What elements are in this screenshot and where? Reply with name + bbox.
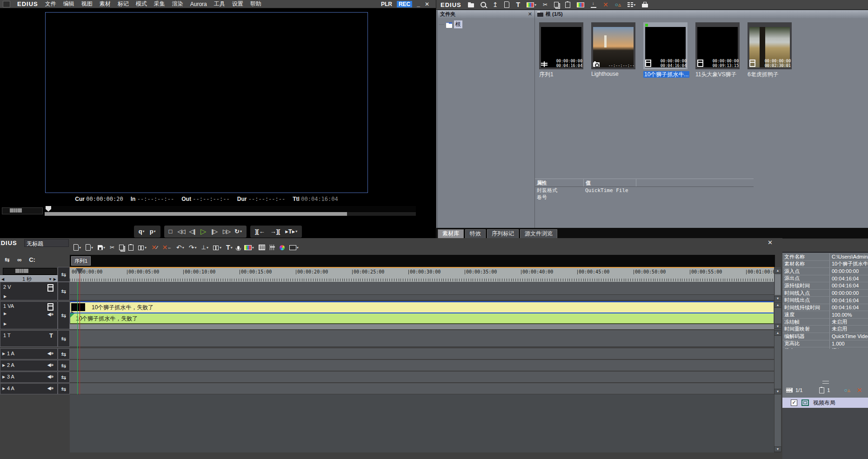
speaker-icon[interactable]: ◀» xyxy=(47,312,53,317)
player-scrollbar-thumb[interactable] xyxy=(45,212,347,216)
menu-view[interactable]: 视图 xyxy=(81,0,93,8)
monitor-mode-icon[interactable]: ▾ xyxy=(289,245,299,250)
track-header-2a[interactable]: ▶ 2 A ◀» xyxy=(0,360,58,371)
scroll-down-icon[interactable]: ▼ xyxy=(774,324,781,329)
speaker-icon[interactable]: ◀» xyxy=(47,374,53,379)
marker-list-icon[interactable] xyxy=(819,387,824,393)
position-track[interactable] xyxy=(45,206,416,212)
patch-ruler[interactable]: ⇆ xyxy=(58,267,70,282)
playhead-line[interactable] xyxy=(80,269,80,394)
track-header-2v[interactable]: 2 V ▶ xyxy=(0,282,58,300)
add-marker-icon[interactable]: ○▵ xyxy=(615,1,621,8)
next-frame-icon[interactable]: |▷ xyxy=(211,228,218,235)
load-to-bin-icon[interactable] xyxy=(591,2,596,8)
screen-capture-icon[interactable] xyxy=(577,2,584,7)
up-folder-icon[interactable]: ↥ xyxy=(493,1,498,8)
track-1a[interactable] xyxy=(70,348,774,359)
voice-over-icon[interactable] xyxy=(237,246,240,250)
audio-mixer-icon[interactable] xyxy=(270,245,275,250)
timeline-ruler[interactable]: 00:00:00:00 00:00:05:00 00:00:10:00 00:0… xyxy=(70,268,774,282)
scroll-down-icon[interactable]: ▼ xyxy=(774,446,781,452)
tab-sequence-marker[interactable]: 序列标记 xyxy=(487,229,519,238)
scroll-up-icon[interactable]: ▲ xyxy=(774,268,781,273)
tab-effects[interactable]: 特效 xyxy=(465,229,486,238)
new-folder-icon[interactable] xyxy=(468,3,474,7)
undo-icon[interactable]: ↶▾ xyxy=(176,244,184,251)
match-frame-icon[interactable]: ▾ xyxy=(213,246,221,250)
cut-icon[interactable]: ✂ xyxy=(543,1,548,8)
speaker-icon[interactable]: ◀» xyxy=(47,351,53,356)
scale-dropdown-icon[interactable]: ▼ xyxy=(48,277,52,281)
timeline-close-icon[interactable]: ✕ xyxy=(768,239,773,246)
menu-render[interactable]: 渲染 xyxy=(172,0,183,8)
clip-card-still[interactable]: --:--:--:-- xyxy=(591,22,635,69)
previous-frame-icon[interactable]: ◁| xyxy=(189,228,195,235)
set-out-icon[interactable]: p▾ xyxy=(150,228,156,235)
track-1t[interactable] xyxy=(70,330,774,347)
close-button[interactable]: ✕ xyxy=(425,1,429,7)
plr-button[interactable]: PLR xyxy=(381,1,392,7)
scrollbar-thumb[interactable] xyxy=(775,274,781,295)
folder-panel-close-icon[interactable]: ✕ xyxy=(528,11,532,17)
create-title-icon[interactable]: T▾ xyxy=(226,244,233,251)
create-title-icon[interactable]: T xyxy=(516,1,520,8)
expand-icon[interactable]: ▶ xyxy=(2,386,5,391)
position-marker[interactable] xyxy=(46,206,51,212)
sequence-tab[interactable]: 序列1 xyxy=(71,256,91,266)
clip-label[interactable]: 序列1 xyxy=(539,71,589,79)
menu-settings[interactable]: 设置 xyxy=(232,0,243,8)
menu-file[interactable]: 文件 xyxy=(45,0,56,8)
view-mode-icon[interactable]: ▾ xyxy=(628,2,635,7)
patch-1t[interactable]: ⇆ xyxy=(58,330,70,347)
move-to-out-icon[interactable]: →][ xyxy=(270,228,280,235)
timeline-video-clip[interactable]: 10个狮子抓水牛，失败了 xyxy=(70,301,774,313)
clip-label[interactable]: 6老虎抓鸭子 xyxy=(748,71,798,79)
stop-icon[interactable]: □ xyxy=(169,228,173,235)
menu-marker[interactable]: 标记 xyxy=(118,0,129,8)
view-source-icon[interactable]: ▾ xyxy=(527,2,536,7)
patch-1va[interactable]: ⇆ xyxy=(58,301,70,329)
track-3a[interactable] xyxy=(70,372,774,383)
copy-icon[interactable] xyxy=(554,2,559,7)
new-sequence-icon[interactable]: ▾ xyxy=(73,244,81,251)
patch-4a[interactable]: ⇆ xyxy=(58,383,70,394)
timeline-zoom-handle[interactable] xyxy=(15,269,28,273)
patch-3a[interactable]: ⇆ xyxy=(58,372,70,383)
track-2a[interactable] xyxy=(70,360,774,371)
save-project-icon[interactable]: ▾ xyxy=(98,245,105,250)
menu-aurora[interactable]: Aurora xyxy=(190,1,207,7)
open-project-icon[interactable]: ▾ xyxy=(86,244,93,251)
paste-icon[interactable] xyxy=(128,245,134,251)
add-cut-point-icon[interactable]: ⊥▾ xyxy=(201,244,208,251)
speaker-icon[interactable]: ◀» xyxy=(47,386,53,391)
clip-card-video[interactable]: 00:00:00:0000:02:30:01 xyxy=(748,22,792,69)
scroll-up-icon[interactable]: ▲ xyxy=(774,302,781,308)
clip-label[interactable]: 11头大象VS狮子 xyxy=(695,71,746,79)
scroll-down-icon[interactable]: ▼ xyxy=(774,389,781,394)
track-header-3a[interactable]: ▶ 3 A ◀» xyxy=(0,372,58,383)
ripple-delete-icon[interactable]: ✕← xyxy=(162,244,172,251)
track-header-1t[interactable]: 1 T T xyxy=(0,330,58,347)
fast-forward-icon[interactable]: ▷▷ xyxy=(223,228,229,235)
delete-icon[interactable]: ✕⁄ xyxy=(151,244,157,251)
menu-capture[interactable]: 采集 xyxy=(154,0,165,8)
shuttle-handle[interactable] xyxy=(10,208,22,213)
add-marker-icon[interactable]: ○▵ xyxy=(844,387,850,393)
cut-icon[interactable]: ✂ xyxy=(110,244,114,251)
play-around-icon[interactable]: ▸T▸▾ xyxy=(285,228,297,235)
menu-mode[interactable]: 模式 xyxy=(136,0,147,8)
clip-card-video-selected[interactable]: 00:00:00:0000:04:16:04 xyxy=(643,22,688,69)
layout-checkbox[interactable]: ✓ xyxy=(791,399,797,406)
copy-icon[interactable] xyxy=(119,245,124,250)
track-header-1va[interactable]: 1 VA ▶ ◀» ▶ xyxy=(0,301,58,329)
add-clip-icon[interactable] xyxy=(504,1,509,8)
track-1va-mixer-strip[interactable] xyxy=(70,324,774,330)
delete-icon[interactable]: ✕ xyxy=(857,386,862,394)
root-folder-label[interactable]: 根 xyxy=(454,20,462,28)
expand-icon[interactable]: ▶ xyxy=(2,363,5,367)
expand-icon[interactable]: ▶ xyxy=(2,352,5,356)
play-icon[interactable]: ▷ xyxy=(200,227,206,236)
rewind-icon[interactable]: ◁◁ xyxy=(177,228,184,235)
delete-icon[interactable]: ✕ xyxy=(603,1,608,8)
tab-source-browser[interactable]: 源文件浏览 xyxy=(520,229,557,238)
